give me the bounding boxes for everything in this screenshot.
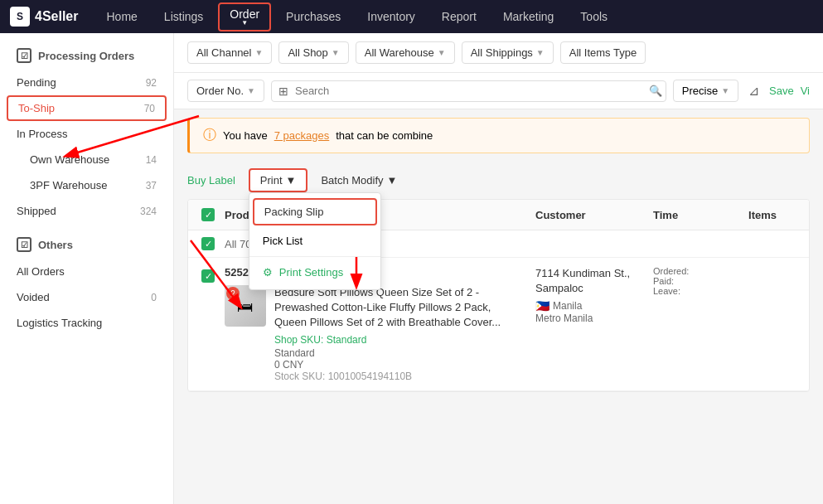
sidebar-item-3pf-warehouse[interactable]: 3PF Warehouse 37: [0, 172, 173, 198]
col-customer-header: Customer: [535, 209, 643, 221]
select-all-checkbox[interactable]: ✓: [201, 208, 215, 221]
in-process-label: In Process: [17, 128, 67, 140]
sidebar-item-all-orders[interactable]: All Orders: [0, 259, 173, 284]
others-label: Others: [38, 239, 73, 251]
buy-label-button[interactable]: Buy Label: [187, 174, 235, 187]
items-type-label: All Items Type: [569, 46, 637, 59]
product-row: 🛏 2 Bedsure Soft Pillows Queen Size Set …: [225, 285, 525, 382]
product-name: Bedsure Soft Pillows Queen Size Set of 2…: [274, 285, 525, 331]
main-layout: ☑ Processing Orders Pending 92 To-Ship 7…: [0, 33, 823, 504]
save-button[interactable]: Save: [769, 85, 794, 97]
all-orders-checkbox[interactable]: ✓: [201, 237, 215, 250]
shop-arrow: ▼: [332, 48, 340, 57]
order-checkbox[interactable]: ✓: [201, 269, 215, 283]
sidebar-item-logistics[interactable]: Logistics Tracking: [0, 310, 173, 336]
product-price: 0 CNY: [274, 359, 525, 371]
order-field-select[interactable]: Order No. ▼: [187, 80, 264, 102]
packing-slip-label: Packing Slip: [264, 206, 324, 218]
filters-row: All Channel ▼ All Shop ▼ All Warehouse ▼…: [174, 33, 823, 73]
ordered-label: Ordered:: [653, 266, 719, 276]
product-image: 🛏 2: [225, 285, 266, 327]
customer-flag: 🇵🇭: [535, 299, 549, 313]
batch-modify-button[interactable]: Batch Modify ▼: [321, 174, 397, 187]
filter-icon[interactable]: ⊿: [745, 80, 762, 102]
nav-home[interactable]: Home: [94, 5, 148, 28]
sidebar-item-shipped[interactable]: Shipped 324: [0, 198, 173, 224]
pending-label: Pending: [17, 76, 56, 89]
sidebar-item-pending[interactable]: Pending 92: [0, 70, 173, 95]
nav-inventory[interactable]: Inventory: [356, 5, 427, 28]
customer-location: 🇵🇭 Manila: [535, 299, 643, 313]
sidebar-section-processing: ☑ Processing Orders: [0, 41, 173, 70]
pending-badge: 92: [146, 77, 157, 89]
nav-order[interactable]: Order ▼: [218, 2, 271, 32]
logistics-label: Logistics Tracking: [17, 317, 102, 329]
nav-report[interactable]: Report: [430, 5, 488, 28]
3pf-warehouse-label: 3PF Warehouse: [30, 179, 107, 191]
order-field-label: Order No.: [196, 85, 244, 97]
notice-banner: ⓘ You have 7 packages that can be combin…: [187, 118, 810, 153]
shippings-filter[interactable]: All Shippings ▼: [462, 41, 554, 64]
shop-filter[interactable]: All Shop ▼: [278, 41, 348, 64]
sidebar-item-voided[interactable]: Voided 0: [0, 284, 173, 310]
sidebar-item-to-ship[interactable]: To-Ship 70: [7, 95, 167, 121]
print-dropdown: Print ▼ Packing Slip Pick List ⚙ Print S…: [249, 168, 308, 192]
col-items-header: Items: [729, 209, 796, 221]
paid-label: Paid:: [653, 276, 719, 286]
customer-city: Manila: [553, 300, 582, 312]
batch-modify-label: Batch Modify: [321, 174, 383, 187]
channel-filter[interactable]: All Channel ▼: [187, 41, 272, 64]
packages-link[interactable]: 7 packages: [274, 129, 330, 142]
search-row: Order No. ▼ ⊞ 🔍 Precise ▼ ⊿ Save Vi: [174, 73, 823, 109]
sidebar-item-in-process[interactable]: In Process: [0, 121, 173, 147]
to-ship-badge: 70: [144, 103, 155, 114]
warehouse-arrow: ▼: [438, 48, 446, 57]
warehouse-filter[interactable]: All Warehouse ▼: [356, 41, 455, 64]
notice-text-after: that can be combine: [336, 129, 433, 142]
batch-modify-arrow: ▼: [387, 174, 398, 187]
print-button[interactable]: Print ▼: [249, 168, 308, 192]
logo-icon: S: [10, 7, 30, 27]
customer-region: Metro Manila: [535, 313, 643, 324]
app-logo[interactable]: S 4Seller: [10, 7, 78, 27]
product-stock-sku: Stock SKU: 10010054194110B: [274, 371, 525, 382]
shipped-badge: 324: [140, 206, 157, 217]
own-warehouse-badge: 14: [146, 154, 157, 166]
precise-label: Precise: [682, 85, 718, 97]
order-nav-arrow: ▼: [241, 19, 248, 27]
customer-column: 7114 Kundiman St., Sampaloc 🇵🇭 Manila Me…: [535, 266, 643, 324]
dropdown-divider: [249, 256, 380, 257]
time-column: Ordered: Paid: Leave:: [653, 266, 719, 296]
precise-select[interactable]: Precise ▼: [673, 80, 738, 102]
print-settings-option[interactable]: ⚙ Print Settings: [249, 259, 380, 286]
items-type-filter[interactable]: All Items Type: [560, 41, 646, 64]
sidebar: ☑ Processing Orders Pending 92 To-Ship 7…: [0, 33, 174, 504]
action-row: Buy Label Print ▼ Packing Slip Pick List: [174, 162, 823, 199]
search-icon: 🔍: [649, 85, 662, 97]
customer-address: 7114 Kundiman St., Sampaloc: [535, 266, 643, 296]
nav-marketing[interactable]: Marketing: [491, 5, 565, 28]
main-content: All Channel ▼ All Shop ▼ All Warehouse ▼…: [174, 33, 823, 504]
voided-badge: 0: [151, 292, 157, 303]
product-sku: Shop SKU: Standard: [274, 334, 525, 346]
shop-label: All Shop: [288, 46, 327, 59]
settings-gear-icon: ⚙: [263, 266, 273, 279]
print-settings-label: Print Settings: [279, 266, 343, 279]
to-ship-label: To-Ship: [18, 102, 55, 114]
pick-list-option[interactable]: Pick List: [249, 227, 380, 254]
grid-icon: ⊞: [275, 81, 292, 101]
voided-label: Voided: [17, 291, 50, 303]
search-box: 🔍: [295, 81, 662, 100]
order-field-arrow: ▼: [247, 86, 255, 95]
search-input[interactable]: [295, 85, 644, 97]
notice-text-before: You have: [223, 129, 268, 142]
nav-purchases[interactable]: Purchases: [274, 5, 352, 28]
nav-listings[interactable]: Listings: [152, 5, 215, 28]
shippings-label: All Shippings: [471, 46, 533, 59]
precise-arrow: ▼: [721, 86, 729, 95]
sidebar-item-own-warehouse[interactable]: Own Warehouse 14: [0, 147, 173, 172]
view-text: Vi: [801, 85, 810, 97]
packing-slip-option[interactable]: Packing Slip: [253, 198, 377, 225]
sidebar-processing-label: Processing Orders: [38, 50, 134, 62]
nav-tools[interactable]: Tools: [569, 5, 619, 28]
